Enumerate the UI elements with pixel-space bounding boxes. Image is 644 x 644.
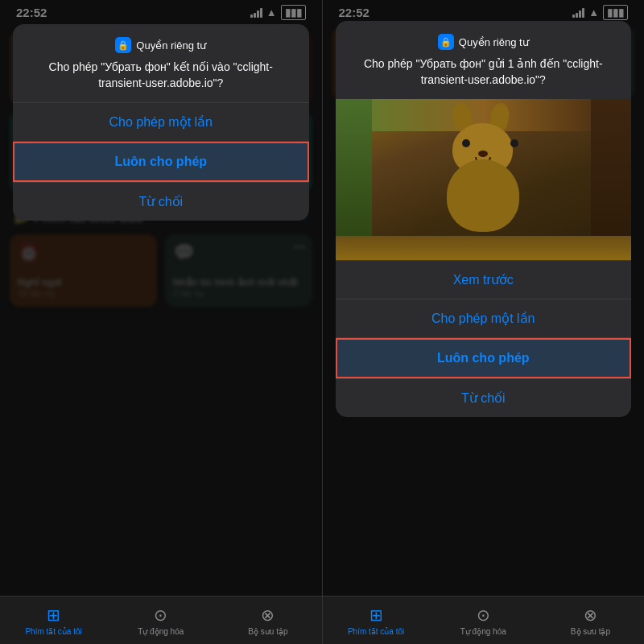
shortcuts-tab-icon: ⊞ <box>47 605 60 625</box>
tab-shortcuts-left[interactable]: ⊞ Phím tắt của tôi <box>0 605 107 636</box>
right-panel: 22:52 ▲ ▮▮▮ ⏰ Nghỉ ngơi 13 tác vụ 💬 <box>323 0 645 644</box>
privacy-badge-right: 🔒 Quyền riêng tư <box>352 34 616 50</box>
btn-once-right[interactable]: Cho phép một lần <box>336 299 632 337</box>
dialog-title-left: Cho phép "Убрать фон" kết nối vào "cclig… <box>29 60 293 91</box>
privacy-icon-left: 🔒 <box>115 37 131 53</box>
btn-preview-right[interactable]: Xem trước <box>336 261 632 299</box>
quokka-body <box>447 159 519 232</box>
shortcuts-tab-label: Phím tắt của tôi <box>25 627 81 636</box>
tab-gallery-right[interactable]: ⊗ Bộ sưu tập <box>537 605 644 636</box>
r-shortcuts-tab-label: Phím tắt của tôi <box>348 627 404 636</box>
tab-shortcuts-right[interactable]: ⊞ Phím tắt của tôi <box>323 605 430 636</box>
quokka-illustration <box>427 119 539 248</box>
privacy-icon-right: 🔒 <box>438 34 454 50</box>
tab-gallery-left[interactable]: ⊗ Bộ sưu tập <box>214 605 321 636</box>
btn-always-left[interactable]: Luôn cho phép <box>13 142 309 182</box>
gallery-tab-icon: ⊗ <box>261 605 275 625</box>
automation-tab-label: Tự động hóa <box>138 627 184 636</box>
r-automation-tab-icon: ⊙ <box>477 605 490 625</box>
r-automation-tab-label: Tự động hóa <box>460 627 506 636</box>
quokka-eye-right <box>510 139 518 147</box>
automation-tab-icon: ⊙ <box>154 605 167 625</box>
tab-bar-right: ⊞ Phím tắt của tôi ⊙ Tự động hóa ⊗ Bộ sư… <box>323 596 645 644</box>
privacy-badge-left: 🔒 Quyền riêng tư <box>29 37 293 53</box>
dialog-box-right: 🔒 Quyền riêng tư Cho phép "Убрать фон" g… <box>336 21 632 417</box>
privacy-label-right: Quyền riêng tư <box>459 36 529 48</box>
quokka-nose <box>478 151 488 157</box>
dialog-header-left: 🔒 Quyền riêng tư Cho phép "Убрать фон" k… <box>13 24 309 102</box>
dialog-overlay-left: 🔒 Quyền riêng tư Cho phép "Убрать фон" k… <box>0 0 322 596</box>
privacy-label-left: Quyền riêng tư <box>136 39 206 52</box>
dialog-overlay-right: 🔒 Quyền riêng tư Cho phép "Убрать фон" g… <box>323 0 645 596</box>
btn-always-right[interactable]: Luôn cho phép <box>336 338 632 378</box>
btn-once-left[interactable]: Cho phép một lần <box>13 103 309 141</box>
gallery-tab-label: Bộ sưu tập <box>248 627 287 636</box>
tab-automation-right[interactable]: ⊙ Tự động hóa <box>430 605 537 636</box>
btn-deny-right[interactable]: Từ chối <box>336 379 632 417</box>
dialog-header-right: 🔒 Quyền riêng tư Cho phép "Убрать фон" g… <box>336 21 632 99</box>
r-gallery-tab-icon: ⊗ <box>584 605 597 625</box>
btn-deny-left[interactable]: Từ chối <box>13 183 309 221</box>
quokka-eye-left <box>462 139 470 147</box>
photo-preview <box>336 99 632 260</box>
dialog-box-left: 🔒 Quyền riêng tư Cho phép "Убрать фон" k… <box>13 24 309 221</box>
tab-automation-left[interactable]: ⊙ Tự động hóa <box>107 605 214 636</box>
r-gallery-tab-label: Bộ sưu tập <box>571 627 610 636</box>
r-shortcuts-tab-icon: ⊞ <box>369 605 383 625</box>
dialog-title-right: Cho phép "Убрать фон" gửi 1 ảnh đến "ccl… <box>352 56 616 88</box>
left-panel: 22:52 ▲ ▮▮▮ ✦ Убрать фон 25 tác vụ ♪ <box>0 0 322 644</box>
tab-bar-left: ⊞ Phím tắt của tôi ⊙ Tự động hóa ⊗ Bộ sư… <box>0 596 322 644</box>
